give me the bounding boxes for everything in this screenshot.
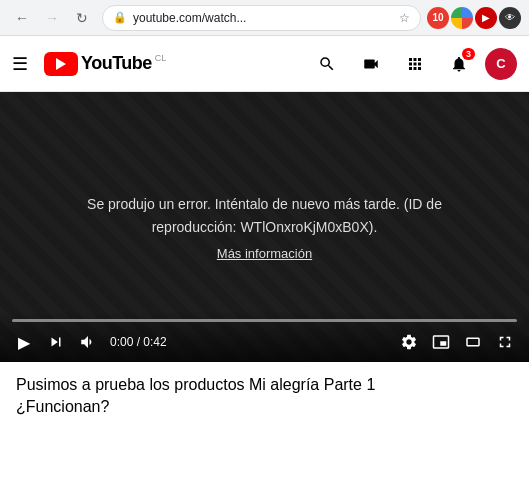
- error-text-main: Se produjo un error. Inténtalo de nuevo …: [87, 193, 442, 238]
- browser-extension-icons: 10 ▶ 👁: [427, 7, 521, 29]
- ext-icon-1[interactable]: 10: [427, 7, 449, 29]
- notification-badge: 3: [462, 48, 475, 60]
- play-button[interactable]: ▶: [12, 330, 36, 354]
- header-icons: 3 C: [309, 46, 517, 82]
- youtube-logo[interactable]: YouTube CL: [44, 52, 166, 76]
- ext-icon-4[interactable]: 👁: [499, 7, 521, 29]
- create-icon[interactable]: [353, 46, 389, 82]
- forward-button[interactable]: →: [38, 4, 66, 32]
- address-bar[interactable]: 🔒 youtube.com/watch... ☆: [102, 5, 421, 31]
- video-info: Pusimos a prueba los productos Mi alegrí…: [0, 362, 529, 431]
- user-avatar[interactable]: C: [485, 48, 517, 80]
- theater-mode-button[interactable]: [461, 330, 485, 354]
- player-controls: ▶ 0:00 / 0:42: [0, 311, 529, 362]
- search-icon[interactable]: [309, 46, 345, 82]
- fullscreen-button[interactable]: [493, 330, 517, 354]
- apps-icon[interactable]: [397, 46, 433, 82]
- error-line1: Se produjo un error. Inténtalo de nuevo …: [87, 196, 442, 212]
- controls-row: ▶ 0:00 / 0:42: [12, 330, 517, 354]
- skip-next-button[interactable]: [44, 330, 68, 354]
- more-info-link[interactable]: Más información: [87, 246, 442, 261]
- video-title: Pusimos a prueba los productos Mi alegrí…: [16, 374, 513, 419]
- ext-icon-2[interactable]: [451, 7, 473, 29]
- nav-buttons: ← → ↻: [8, 4, 96, 32]
- video-player: Se produjo un error. Inténtalo de nuevo …: [0, 92, 529, 362]
- youtube-wordmark: YouTube: [81, 53, 152, 74]
- video-title-line1: Pusimos a prueba los productos Mi alegrí…: [16, 376, 375, 393]
- volume-button[interactable]: [76, 330, 100, 354]
- progress-bar[interactable]: [12, 319, 517, 322]
- back-button[interactable]: ←: [8, 4, 36, 32]
- youtube-header: ☰ YouTube CL 3 C: [0, 36, 529, 92]
- youtube-region-label: CL: [155, 53, 167, 63]
- ext-icon-3[interactable]: ▶: [475, 7, 497, 29]
- youtube-icon: [44, 52, 78, 76]
- video-title-line2: ¿Funcionan?: [16, 398, 109, 415]
- url-text: youtube.com/watch...: [133, 11, 393, 25]
- miniplayer-button[interactable]: [429, 330, 453, 354]
- hamburger-menu[interactable]: ☰: [12, 53, 28, 75]
- right-controls: [397, 330, 517, 354]
- error-line2: reproducción: WTlOnxroKjM0xB0X).: [152, 219, 378, 235]
- browser-chrome: ← → ↻ 🔒 youtube.com/watch... ☆ 10 ▶ 👁: [0, 0, 529, 36]
- error-message: Se produjo un error. Inténtalo de nuevo …: [47, 193, 482, 261]
- bookmark-icon[interactable]: ☆: [399, 11, 410, 25]
- refresh-button[interactable]: ↻: [68, 4, 96, 32]
- time-display: 0:00 / 0:42: [110, 335, 167, 349]
- notifications-icon[interactable]: 3: [441, 46, 477, 82]
- settings-button[interactable]: [397, 330, 421, 354]
- lock-icon: 🔒: [113, 11, 127, 24]
